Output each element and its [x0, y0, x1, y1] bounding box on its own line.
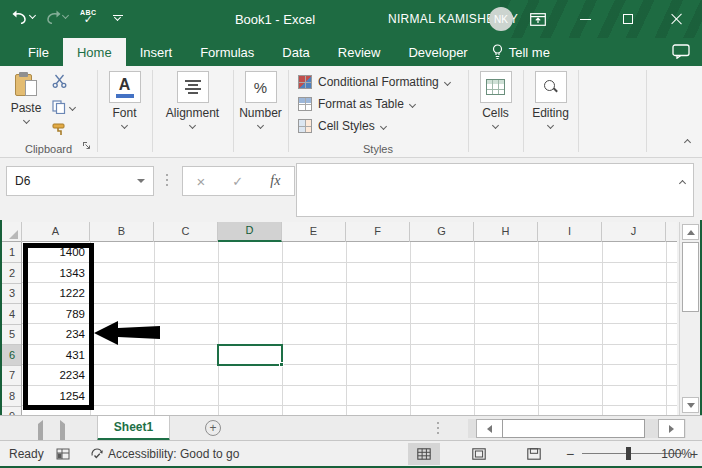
- column-header-j[interactable]: J: [602, 222, 666, 242]
- zoom-out-button[interactable]: −: [566, 441, 574, 467]
- status-mode[interactable]: Ready: [9, 441, 44, 467]
- selected-cell-D6[interactable]: [217, 344, 283, 367]
- redo-button[interactable]: [43, 8, 70, 26]
- minimize-button[interactable]: [572, 0, 598, 38]
- font-button[interactable]: A Font: [97, 71, 152, 128]
- enter-button[interactable]: ✓: [232, 174, 243, 189]
- window-title: Book1 - Excel: [150, 0, 400, 38]
- column-header-g[interactable]: G: [410, 222, 474, 242]
- column-header-d[interactable]: D: [218, 222, 282, 242]
- collapse-ribbon-button[interactable]: [685, 131, 690, 149]
- column-header-a[interactable]: A: [22, 222, 90, 242]
- formula-input[interactable]: [296, 163, 694, 217]
- accessibility-status[interactable]: Accessibility: Good to go: [90, 441, 239, 467]
- column-header-i[interactable]: I: [538, 222, 602, 242]
- column-header-b[interactable]: B: [90, 222, 154, 242]
- tab-insert[interactable]: Insert: [126, 38, 187, 66]
- horizontal-scroll-thumb[interactable]: [502, 419, 645, 438]
- scroll-left-button[interactable]: [476, 419, 503, 438]
- vertical-scroll-thumb[interactable]: [682, 242, 699, 312]
- scroll-up-button[interactable]: [682, 224, 699, 240]
- font-label: Font: [112, 106, 136, 120]
- tab-review[interactable]: Review: [324, 38, 395, 66]
- cells-label: Cells: [482, 106, 509, 120]
- annotation-rectangle: [23, 243, 94, 410]
- customize-qat-button[interactable]: [113, 15, 123, 20]
- styles-item-format-as-table[interactable]: Format as Table: [288, 93, 468, 115]
- row-header-1[interactable]: 1: [2, 242, 22, 263]
- cancel-button[interactable]: ×: [197, 173, 206, 190]
- tab-home[interactable]: Home: [63, 38, 126, 66]
- redo-dropdown-icon[interactable]: [62, 12, 69, 19]
- cells-button[interactable]: Cells: [468, 71, 523, 128]
- column-header-f[interactable]: F: [346, 222, 410, 242]
- paste-button[interactable]: Paste: [6, 72, 46, 123]
- editing-label: Editing: [532, 106, 569, 120]
- name-box-dropdown-icon[interactable]: [137, 179, 145, 183]
- tab-file[interactable]: File: [14, 38, 63, 66]
- row-header-3[interactable]: 3: [2, 283, 22, 304]
- column-header-h[interactable]: H: [474, 222, 538, 242]
- fill-handle[interactable]: [279, 362, 284, 367]
- conditional-formatting-icon: [298, 75, 312, 89]
- horizontal-scrollbar[interactable]: [468, 419, 686, 438]
- row-header-4[interactable]: 4: [2, 304, 22, 325]
- undo-dropdown-icon[interactable]: [29, 12, 36, 19]
- formula-bar-separator[interactable]: [166, 174, 168, 188]
- number-button[interactable]: % Number: [233, 71, 288, 128]
- vertical-scrollbar[interactable]: [679, 222, 700, 415]
- copy-button[interactable]: [52, 100, 75, 114]
- new-sheet-button[interactable]: +: [205, 420, 221, 436]
- row-header-strip: 123456789: [2, 242, 22, 415]
- annotation-arrow: [92, 319, 162, 351]
- spelling-button[interactable]: ABC ✓: [80, 9, 97, 25]
- alignment-label: Alignment: [166, 106, 219, 120]
- cut-button[interactable]: [52, 74, 75, 92]
- font-icon: A: [116, 77, 134, 98]
- name-box[interactable]: D6: [6, 166, 154, 196]
- paste-icon: [15, 72, 37, 98]
- tab-developer[interactable]: Developer: [394, 38, 481, 66]
- format-painter-button[interactable]: [52, 122, 75, 140]
- tell-me-button[interactable]: Tell me: [482, 38, 560, 66]
- undo-button[interactable]: [10, 8, 37, 26]
- row-header-6[interactable]: 6: [2, 345, 22, 366]
- styles-item-cell-styles[interactable]: Cell Styles: [288, 115, 468, 137]
- scroll-down-button[interactable]: [682, 397, 699, 413]
- collapse-formula-bar-button[interactable]: [680, 172, 685, 190]
- zoom-level[interactable]: 100%: [661, 441, 692, 467]
- sheet-tab-sheet1[interactable]: Sheet1: [97, 416, 170, 441]
- insert-function-button[interactable]: fx: [270, 173, 280, 189]
- zoom-slider-thumb[interactable]: [626, 447, 631, 460]
- ribbon-tabs: FileHomeInsertFormulasDataReviewDevelope…: [14, 38, 482, 66]
- tab-data[interactable]: Data: [268, 38, 323, 66]
- row-header-2[interactable]: 2: [2, 263, 22, 284]
- select-all-button[interactable]: [2, 222, 22, 242]
- sheet-tab-bar: Sheet1 +: [0, 415, 702, 440]
- page-layout-view-button[interactable]: [463, 443, 495, 465]
- styles-item-conditional-formatting[interactable]: Conditional Formatting: [288, 71, 468, 93]
- maximize-button[interactable]: [615, 0, 641, 38]
- page-break-view-button[interactable]: [518, 443, 550, 465]
- clipboard-dialog-launcher[interactable]: [82, 136, 91, 154]
- normal-view-button[interactable]: [408, 443, 440, 465]
- column-header-c[interactable]: C: [154, 222, 218, 242]
- row-header-7[interactable]: 7: [2, 365, 22, 386]
- row-header-9[interactable]: 9: [2, 406, 22, 415]
- row-header-8[interactable]: 8: [2, 386, 22, 407]
- ribbon-display-options-button[interactable]: [525, 0, 551, 38]
- macro-record-button[interactable]: [56, 441, 70, 467]
- close-button[interactable]: [663, 0, 689, 38]
- avatar[interactable]: NK: [489, 7, 513, 31]
- tab-formulas[interactable]: Formulas: [186, 38, 268, 66]
- editing-button[interactable]: Editing: [523, 71, 578, 128]
- scroll-right-button[interactable]: [658, 419, 685, 438]
- row-header-5[interactable]: 5: [2, 324, 22, 345]
- comments-button[interactable]: [672, 44, 690, 63]
- column-header-e[interactable]: E: [282, 222, 346, 242]
- title-bar: ABC ✓ Book1 - Excel NIRMAL KAMISHETTY NK: [0, 0, 702, 38]
- arrow-down-icon: [687, 403, 695, 408]
- tab-bar-separator[interactable]: [437, 422, 439, 436]
- chevron-down-icon: [121, 122, 128, 129]
- alignment-button[interactable]: Alignment: [152, 71, 233, 128]
